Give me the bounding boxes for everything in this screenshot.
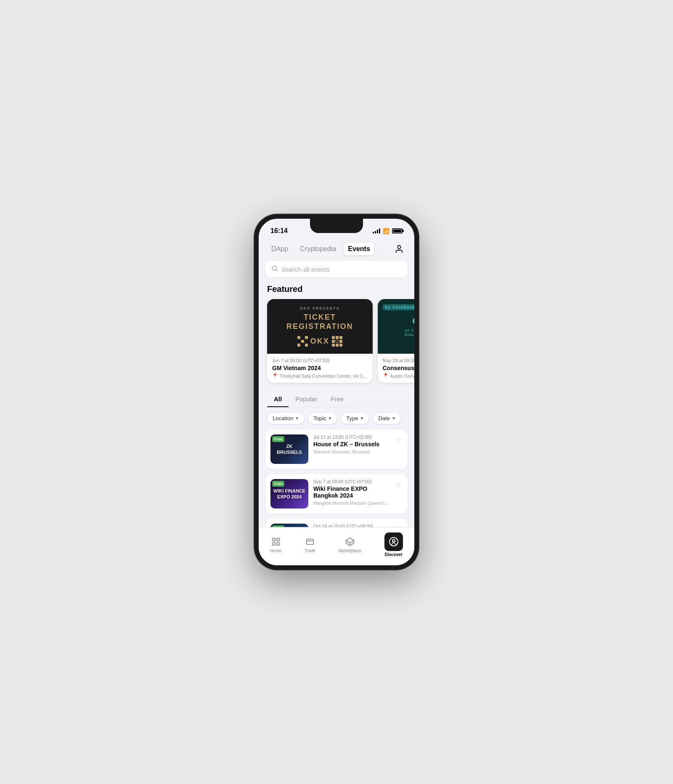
- star-icon-wiki[interactable]: ☆: [394, 479, 403, 490]
- svg-point-0: [397, 246, 400, 249]
- marketplace-label: Marketplace: [338, 548, 361, 553]
- profile-button[interactable]: [392, 242, 406, 256]
- phone-frame: 16:14 📶 DApp Cryptopedia Events: [254, 215, 419, 569]
- card-image-okx: OKX presents TICKETREGISTRATION: [267, 299, 373, 354]
- consensus-subtitle: 10 YEARS OF DECEDIALOGUE, DIS...: [405, 328, 414, 337]
- home-icon: [270, 536, 281, 547]
- chevron-down-icon-4: ▼: [392, 416, 396, 421]
- svg-line-12: [346, 540, 350, 543]
- signal-icon: [373, 228, 380, 233]
- filter-tabs: All Popular Free: [259, 391, 414, 407]
- card-title: GM Vietnam 2024: [272, 365, 368, 371]
- bottom-nav-discover[interactable]: Discover: [379, 531, 408, 559]
- svg-point-14: [392, 540, 395, 542]
- search-icon: [271, 265, 278, 273]
- svg-line-11: [350, 540, 354, 543]
- bottom-nav-marketplace[interactable]: Marketplace: [333, 535, 366, 555]
- topic-dropdown[interactable]: Topic ▼: [308, 412, 337, 424]
- event-thumbnail-wiki: Free WIKI FINANCEEXPO 2024: [270, 479, 308, 509]
- card-date-consensus: May 29 at 09:00 (UT...: [383, 358, 415, 363]
- home-label: Home: [270, 548, 281, 553]
- event-title-wiki: Wiki Finance EXPO Bangkok 2024: [313, 485, 389, 499]
- discover-icon: [384, 532, 403, 551]
- card-date: Jun 7 at 09:00 (UTC+07:00): [272, 358, 368, 363]
- event-location-zk: Warwick Brussels, Brussels: [313, 449, 389, 454]
- featured-card-consensus[interactable]: by CoinDesk cons 10 YEARS OF DECEDIALOGU…: [378, 299, 415, 383]
- screen-content: DApp Cryptopedia Events: [259, 237, 414, 565]
- nav-tabs: DApp Cryptopedia Events: [267, 243, 374, 255]
- status-icons: 📶: [373, 228, 403, 234]
- search-container: Search all events: [259, 261, 414, 283]
- trade-icon: [305, 536, 315, 547]
- chevron-down-icon-2: ▼: [328, 416, 332, 421]
- wifi-icon: 📶: [383, 228, 389, 234]
- notch: [310, 219, 363, 233]
- date-dropdown[interactable]: Date ▼: [373, 412, 401, 424]
- dropdown-filters: Location ▼ Topic ▼ Type ▼ Date ▼: [259, 407, 414, 429]
- location-pin-icon-2: 📍: [383, 373, 389, 379]
- featured-card-gm-vietnam[interactable]: OKX presents TICKETREGISTRATION: [267, 299, 373, 383]
- svg-rect-3: [272, 538, 275, 541]
- okx-logo: OKX: [297, 336, 342, 347]
- consensus-title: cons: [412, 314, 414, 327]
- thumb-image-zk: ZKBRUSSELS: [275, 442, 304, 457]
- tab-popular[interactable]: Popular: [289, 391, 324, 407]
- search-placeholder: Search all events: [281, 266, 330, 273]
- battery-icon: [392, 228, 403, 233]
- bottom-nav: Home Trade Marketplace: [259, 527, 414, 565]
- card-info-consensus: May 29 at 09:00 (UT... Consensus 2024 📍 …: [378, 354, 415, 383]
- status-time: 16:14: [270, 227, 288, 235]
- search-bar[interactable]: Search all events: [265, 261, 408, 278]
- event-date-wiki: Sep 7 at 09:00 (UTC+07:00): [313, 479, 389, 484]
- event-title-zk: House of ZK – Brussels: [313, 441, 389, 448]
- location-pin-icon: 📍: [272, 373, 278, 379]
- featured-scroll: OKX presents TICKETREGISTRATION: [259, 299, 414, 391]
- svg-rect-7: [306, 539, 313, 545]
- tab-cryptopedia[interactable]: Cryptopedia: [296, 243, 340, 255]
- tab-all[interactable]: All: [267, 391, 289, 407]
- location-dropdown[interactable]: Location ▼: [267, 412, 305, 424]
- svg-rect-5: [277, 543, 279, 545]
- event-location-wiki: Bangkok Marriott Marquis Queen's...: [313, 501, 389, 506]
- consensus-badge: by CoinDesk: [383, 304, 415, 310]
- chevron-down-icon: ▼: [295, 416, 299, 421]
- svg-rect-4: [277, 538, 279, 541]
- card-title-consensus: Consensus 2024: [383, 365, 415, 371]
- bottom-nav-home[interactable]: Home: [265, 535, 286, 555]
- card-location: 📍 Thiskyhall Sala Convention Center, Ho …: [272, 373, 368, 379]
- event-thumbnail-zk: Free ZKBRUSSELS: [270, 434, 308, 464]
- star-icon-zk[interactable]: ☆: [394, 434, 403, 445]
- bottom-nav-trade[interactable]: Trade: [299, 535, 321, 555]
- marketplace-icon: [344, 536, 355, 547]
- free-badge-zk: Free: [272, 436, 284, 442]
- type-dropdown[interactable]: Type ▼: [341, 412, 369, 424]
- chevron-down-icon-3: ▼: [360, 416, 364, 421]
- event-item-house-of-zk[interactable]: Free ZKBRUSSELS Jul 11 at 13:00 (UTC+02:…: [265, 429, 408, 469]
- trade-label: Trade: [305, 548, 315, 553]
- tab-dapp[interactable]: DApp: [267, 243, 292, 255]
- top-nav: DApp Cryptopedia Events: [259, 237, 414, 261]
- card-info: Jun 7 at 09:00 (UTC+07:00) GM Vietnam 20…: [267, 354, 373, 383]
- svg-line-2: [276, 270, 277, 271]
- svg-rect-6: [272, 543, 275, 545]
- event-details-zk: Jul 11 at 13:00 (UTC+02:00) House of ZK …: [313, 434, 389, 454]
- event-details-wiki: Sep 7 at 09:00 (UTC+07:00) Wiki Finance …: [313, 479, 389, 506]
- tab-free[interactable]: Free: [324, 391, 350, 407]
- discover-label: Discover: [384, 552, 402, 557]
- event-date-zk: Jul 11 at 13:00 (UTC+02:00): [313, 434, 389, 440]
- card-image-consensus: by CoinDesk cons 10 YEARS OF DECEDIALOGU…: [378, 299, 415, 354]
- card-location-consensus: 📍 Austin Conventio...: [383, 373, 415, 379]
- featured-label: Featured: [259, 283, 414, 299]
- tab-events[interactable]: Events: [344, 243, 374, 255]
- thumb-image-wiki: WIKI FINANCEEXPO 2024: [272, 486, 307, 502]
- free-badge-wiki: Free: [272, 481, 284, 487]
- event-item-wiki-finance[interactable]: Free WIKI FINANCEEXPO 2024 Sep 7 at 09:0…: [265, 474, 408, 514]
